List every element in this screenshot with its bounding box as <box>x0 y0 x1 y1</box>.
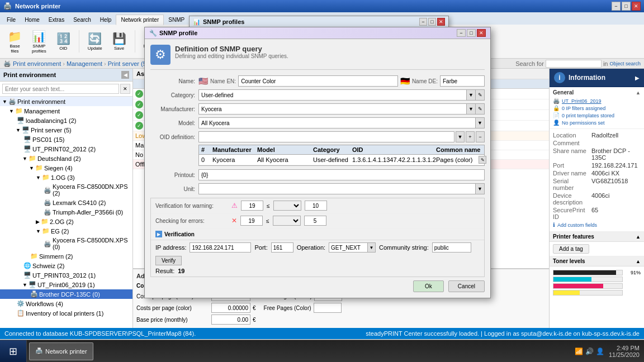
manufacturer-input[interactable] <box>198 103 467 115</box>
close-btn[interactable]: ✕ <box>632 2 641 11</box>
oid-row-edit-btn[interactable]: ✎ <box>479 156 486 164</box>
cost-color-input[interactable] <box>211 303 250 313</box>
snmp-profiles-maximize-btn[interactable]: □ <box>428 18 436 26</box>
tab-snmp[interactable]: SNMP <box>164 15 189 25</box>
tab-file[interactable]: File <box>2 15 20 25</box>
sidebar-search-clear-btn[interactable]: ✕ <box>120 84 130 94</box>
user-icon[interactable]: 👤 <box>596 347 604 355</box>
sidebar-item-psc01[interactable]: 🖥️ PSC01 (15) <box>0 135 132 144</box>
name-en-input[interactable] <box>238 75 398 87</box>
verify-port-input[interactable] <box>271 242 293 253</box>
sidebar-item-inventory[interactable]: 📋 Inventory of local printers (1) <box>0 308 132 318</box>
sidebar-item-kyocera-fs[interactable]: 🖨️ Kyocera FS-C8500DN.XPS (2) <box>0 182 132 198</box>
sidebar-search-input[interactable] <box>2 84 119 94</box>
ribbon-btn-snmp-profiles[interactable]: 📊 SNMPprofiles <box>29 27 50 56</box>
breadcrumb-print-server[interactable]: Print server (5) <box>108 60 149 67</box>
oid-remove-btn[interactable]: − <box>476 131 485 142</box>
verify-operation-dropdown[interactable]: ▼ <box>368 242 376 253</box>
verification-error-select[interactable] <box>273 216 301 226</box>
verification-toggle-btn[interactable]: ▶ <box>155 231 162 237</box>
snmp-profiles-close-btn[interactable]: ✕ <box>437 18 445 26</box>
sidebar-item-lexmark[interactable]: 🖨️ Lexmark CS410 (2) <box>0 198 132 207</box>
snmp-query-close-btn[interactable]: ✕ <box>477 29 486 37</box>
sidebar-item-workflows[interactable]: ⚙️ Workflows (4) <box>0 299 132 308</box>
ok-button[interactable]: Ok <box>413 280 444 292</box>
object-search-btn[interactable]: Object search <box>609 61 641 66</box>
breadcrumb-management[interactable]: Management <box>67 60 102 67</box>
add-custom-link[interactable]: Add custom fields <box>557 222 597 228</box>
verification-warning-val1[interactable] <box>241 201 263 211</box>
tab-home[interactable]: Home <box>20 15 44 25</box>
sidebar-item-schweiz[interactable]: 🌐 Schweiz (2) <box>0 261 132 270</box>
printout-input[interactable] <box>198 169 485 180</box>
oid-add-btn[interactable]: + <box>466 131 475 142</box>
snmp-query-maximize-btn[interactable]: □ <box>467 29 476 37</box>
sidebar-item-deutschland[interactable]: ▼ 📁 Deutschland (2) <box>0 154 132 163</box>
verification-error-val2[interactable] <box>304 216 326 226</box>
sidebar-collapse-btn[interactable]: ◀ <box>121 71 129 79</box>
add-custom-fields-row[interactable]: ℹ Add custom fields <box>553 221 641 229</box>
cancel-button[interactable]: Cancel <box>448 280 485 292</box>
model-dropdown-btn[interactable]: ▼ <box>476 117 485 128</box>
verify-button[interactable]: Verify <box>155 256 182 265</box>
sidebar-item-management[interactable]: ▼ 📁 Management <box>0 106 132 116</box>
tab-network-printer[interactable]: Network printer <box>116 15 164 25</box>
permissions-link[interactable]: No permissions set <box>562 120 605 126</box>
sidebar-item-eg[interactable]: ▼ 📁 EG (2) <box>0 226 132 236</box>
free-pages-color-input[interactable] <box>314 303 342 313</box>
maximize-btn[interactable]: □ <box>622 2 631 11</box>
network-icon[interactable]: 📶 <box>575 347 583 355</box>
sidebar-item-1og[interactable]: ▼ 📁 1.OG (3) <box>0 173 132 182</box>
printer-name-row[interactable]: 🖨️ UT_Print06_2019 <box>553 97 641 104</box>
category-input[interactable] <box>198 89 467 101</box>
print-templates-link[interactable]: 0 print templates stored <box>562 113 614 118</box>
sidebar-item-kyocera-eg[interactable]: 🖨️ Kyocera FS-C8500DN.XPS (0) <box>0 236 132 251</box>
ribbon-btn-save[interactable]: 💾 Save <box>109 30 130 53</box>
sidebar-item-ut-print03[interactable]: 🖥️ UT_PRINT03_2012 (1) <box>0 270 132 280</box>
oid-input[interactable] <box>198 131 454 142</box>
name-de-input[interactable] <box>440 75 485 87</box>
tab-extras[interactable]: Extras <box>44 15 69 25</box>
verify-community-input[interactable] <box>432 242 471 253</box>
sidebar-item-brother[interactable]: 🖨️ Brother DCP-135C (0) <box>0 289 132 299</box>
manufacturer-edit-btn[interactable]: ✎ <box>476 103 485 115</box>
sidebar-item-ut-print02[interactable]: 🖥️ UT_PRINT02_2012 (2) <box>0 144 132 154</box>
manufacturer-dropdown-btn[interactable]: ▼ <box>467 103 476 115</box>
verification-warning-val2[interactable] <box>305 201 327 211</box>
snmp-profiles-minimize-btn[interactable]: − <box>419 18 427 26</box>
verification-error-val1[interactable] <box>240 216 263 226</box>
sidebar-item-2og[interactable]: ▶ 📁 2.OG (2) <box>0 217 132 226</box>
sidebar-item-siegen[interactable]: ▼ 📁 Siegen (4) <box>0 163 132 173</box>
ribbon-btn-update[interactable]: 🔄 Update <box>84 30 106 53</box>
ribbon-btn-base-files[interactable]: 📁 Basefiles <box>4 27 25 56</box>
global-search-input[interactable] <box>546 60 602 68</box>
verify-ip-input[interactable] <box>190 242 251 253</box>
unit-dropdown-btn[interactable]: ▼ <box>476 183 485 194</box>
sidebar-item-ut-print06[interactable]: ▼ 🖥️ UT_Print06_2019 (1) <box>0 280 132 289</box>
breadcrumb-print-env[interactable]: Print environment <box>13 60 61 67</box>
speaker-icon[interactable]: 🔊 <box>585 347 594 355</box>
info-general-collapse-btn[interactable]: ▲ <box>636 90 641 96</box>
info-collapse-btn[interactable]: ▶ <box>635 75 640 81</box>
snmp-query-minimize-btn[interactable]: − <box>457 29 466 37</box>
base-price-input[interactable] <box>211 315 250 325</box>
taskbar-clock[interactable]: 2:49 PM 11/25/2020 <box>609 345 640 358</box>
sidebar-item-triumph[interactable]: 🖨️ Triumph-Adler_P3566i (0) <box>0 207 132 217</box>
verification-toggle-row[interactable]: ▶ Verification <box>151 228 484 240</box>
ribbon-btn-oid[interactable]: 🔢 OID <box>53 30 74 53</box>
ip-filters-link[interactable]: 0 IP filters assigned <box>562 106 605 111</box>
sidebar-item-print-env[interactable]: ▼ 🖨️ Print environment <box>0 97 132 106</box>
taskbar-item-network-printer[interactable]: 🖨️ Network printer <box>29 342 93 360</box>
toner-levels-header[interactable]: Toner levels ▲ <box>550 256 644 266</box>
category-dropdown-btn[interactable]: ▼ <box>467 89 476 101</box>
start-button[interactable]: ⊞ <box>0 340 27 362</box>
oid-table-row[interactable]: 0 Kyocera All Kyocera User-defined 1.3.6… <box>199 155 484 165</box>
sidebar-item-simmern[interactable]: 📁 Simmern (2) <box>0 251 132 261</box>
oid-select-btn[interactable]: ▼ <box>456 131 465 142</box>
printer-features-header[interactable]: Printer features ▲ <box>550 232 644 242</box>
unit-input[interactable] <box>198 183 476 194</box>
sidebar-item-print-server[interactable]: ▼ 🖥️ Print server (5) <box>0 125 132 135</box>
verification-warning-select[interactable] <box>273 201 301 211</box>
printer-name-link[interactable]: UT_Print06_2019 <box>562 98 602 104</box>
tab-help[interactable]: Help <box>96 15 116 25</box>
